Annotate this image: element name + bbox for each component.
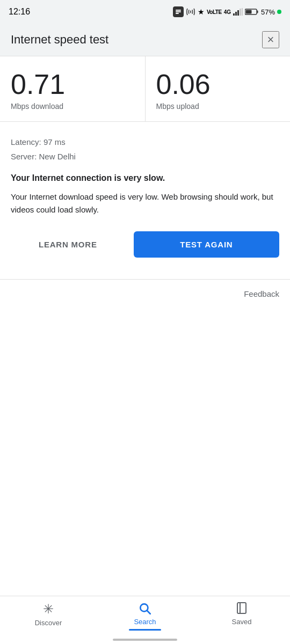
latency-row: Latency: 97 ms <box>11 135 279 149</box>
upload-label: Mbps upload <box>156 102 199 111</box>
test-again-button[interactable]: TEST AGAIN <box>134 231 279 258</box>
action-buttons: LEARN MORE TEST AGAIN <box>11 231 279 258</box>
battery-percentage: 57% <box>261 8 275 16</box>
latency-label: Latency: <box>11 137 41 147</box>
app-icon <box>173 6 184 17</box>
svg-rect-5 <box>237 10 239 16</box>
saved-icon <box>235 602 248 616</box>
download-label: Mbps download <box>11 102 63 111</box>
upload-box: 0.06 Mbps upload <box>146 56 291 121</box>
svg-rect-6 <box>240 9 241 16</box>
search-label: Search <box>134 618 156 626</box>
saved-label: Saved <box>232 618 252 626</box>
status-icons: ★ VoLTE 4G 57% <box>173 6 281 17</box>
feedback-row: Feedback <box>0 280 290 309</box>
nav-item-saved[interactable]: Saved <box>193 602 290 626</box>
server-value: New Delhi <box>39 152 76 161</box>
latency-server-info: Latency: 97 ms Server: New Delhi <box>11 135 279 164</box>
svg-line-12 <box>147 611 150 614</box>
nav-item-discover[interactable]: ✳ Discover <box>0 602 97 627</box>
info-section: Latency: 97 ms Server: New Delhi Your In… <box>0 122 290 268</box>
upload-value: 0.06 <box>156 69 211 100</box>
page-title: Internet speed test <box>11 33 108 47</box>
svg-rect-3 <box>233 13 235 16</box>
connection-headline: Your Internet connection is very slow. <box>11 173 279 183</box>
feedback-link[interactable]: Feedback <box>244 289 279 298</box>
battery-icon <box>245 8 259 16</box>
latency-value: 97 ms <box>44 137 66 147</box>
app-header: Internet speed test × <box>0 24 290 56</box>
discover-icon: ✳ <box>43 602 54 617</box>
bottom-handle <box>113 639 177 641</box>
svg-rect-13 <box>237 603 246 613</box>
volte-icon: VoLTE <box>207 9 222 15</box>
close-button[interactable]: × <box>262 31 279 48</box>
bluetooth-icon: ★ <box>198 8 205 16</box>
search-active-indicator <box>129 629 161 631</box>
svg-rect-10 <box>245 10 251 14</box>
svg-rect-4 <box>235 12 237 16</box>
download-box: 0.71 Mbps download <box>0 56 146 121</box>
signal-icon <box>233 8 243 16</box>
search-icon <box>138 602 152 616</box>
svg-rect-9 <box>257 11 258 13</box>
discover-label: Discover <box>35 619 62 627</box>
close-icon: × <box>267 33 274 47</box>
status-bar: 12:16 ★ VoLTE 4G 57% <box>0 0 290 24</box>
bottom-navigation: ✳ Discover Search Saved <box>0 596 290 644</box>
learn-more-button[interactable]: LEARN MORE <box>11 231 125 258</box>
svg-rect-0 <box>176 10 181 11</box>
svg-rect-2 <box>176 13 179 14</box>
nfc-icon <box>186 7 195 17</box>
green-dot-indicator <box>277 10 281 14</box>
status-time: 12:16 <box>9 7 30 17</box>
server-row: Server: New Delhi <box>11 149 279 164</box>
content-spacer <box>0 309 290 518</box>
speed-panel: 0.71 Mbps download 0.06 Mbps upload <box>0 56 290 122</box>
server-label: Server: <box>11 152 37 161</box>
download-value: 0.71 <box>11 69 65 100</box>
network-icon: 4G <box>224 9 231 15</box>
svg-rect-7 <box>242 8 243 16</box>
connection-description: Your Internet download speed is very low… <box>11 191 279 216</box>
svg-rect-1 <box>176 11 181 12</box>
nav-item-search[interactable]: Search <box>97 602 193 631</box>
